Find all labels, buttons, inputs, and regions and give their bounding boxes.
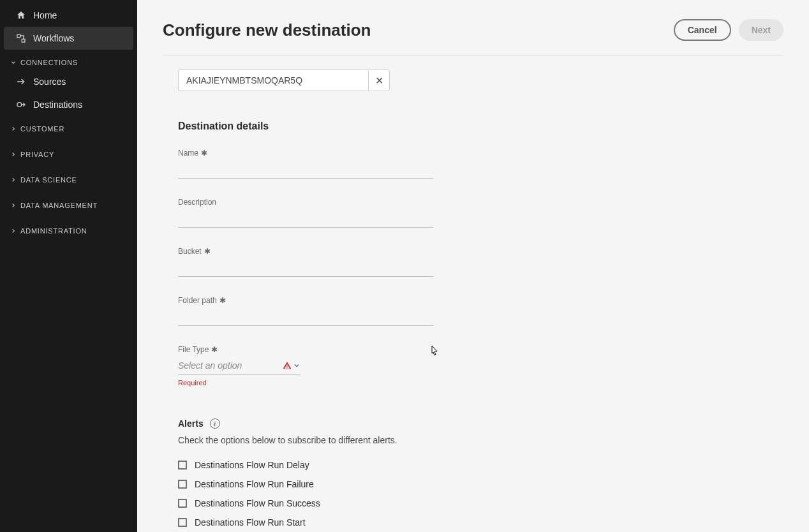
access-key-row: ✕ <box>178 70 783 91</box>
alert-option-label: Destinations Flow Run Success <box>195 498 320 508</box>
alert-option-success[interactable]: Destinations Flow Run Success <box>178 494 783 513</box>
nav-home[interactable]: Home <box>0 4 137 27</box>
chevron-right-icon <box>10 228 17 234</box>
chevron-right-icon <box>10 177 17 183</box>
field-filetype-label-text: File Type <box>178 345 209 354</box>
page-title: Configure new destination <box>163 20 371 40</box>
nav-sources[interactable]: Sources <box>0 70 137 93</box>
bucket-input[interactable] <box>178 256 433 277</box>
field-name: Name ✱ <box>178 149 433 179</box>
filetype-placeholder: Select an option <box>178 360 242 371</box>
nav-destinations[interactable]: Destinations <box>0 93 137 116</box>
nav-section-data-science[interactable]: DATA SCIENCE <box>0 167 137 188</box>
filetype-indicator-group <box>283 361 301 370</box>
info-icon[interactable]: i <box>210 418 220 429</box>
alerts-description: Check the options below to subscribe to … <box>178 435 783 445</box>
alert-option-label: Destinations Flow Run Failure <box>195 479 314 489</box>
access-key-input[interactable] <box>178 70 368 91</box>
alert-option-label: Destinations Flow Run Start <box>195 517 306 528</box>
nav-section-data-management[interactable]: DATA MANAGEMENT <box>0 193 137 213</box>
nav-section-privacy[interactable]: PRIVACY <box>0 142 137 162</box>
required-asterisk-icon: ✱ <box>201 149 207 158</box>
filetype-error: Required <box>178 379 301 387</box>
nav-section-connections-label: CONNECTIONS <box>20 59 78 66</box>
field-folder-label: Folder path ✱ <box>178 296 433 305</box>
field-filetype-label: File Type ✱ <box>178 345 301 354</box>
alert-option-delay[interactable]: Destinations Flow Run Delay <box>178 455 783 475</box>
nav-section-customer-label: CUSTOMER <box>20 125 64 133</box>
alert-option-failure[interactable]: Destinations Flow Run Failure <box>178 475 783 494</box>
field-name-label-text: Name <box>178 149 198 158</box>
svg-rect-0 <box>17 34 20 38</box>
nav-section-data-science-label: DATA SCIENCE <box>20 176 77 184</box>
nav-section-connections[interactable]: CONNECTIONS <box>0 50 137 70</box>
field-bucket-label-text: Bucket <box>178 247 202 256</box>
clear-access-key-button[interactable]: ✕ <box>368 70 390 91</box>
field-description: Description <box>178 198 433 228</box>
checkbox-icon[interactable] <box>178 480 187 489</box>
chevron-down-icon <box>10 59 17 66</box>
svg-rect-1 <box>22 39 25 42</box>
alerts-heading: Alerts i <box>178 418 783 429</box>
checkbox-icon[interactable] <box>178 499 187 508</box>
alert-triangle-icon <box>283 361 292 370</box>
name-input[interactable] <box>178 158 433 179</box>
sidebar: Home Workflows CONNECTIONS Sources Desti… <box>0 0 137 532</box>
nav-workflows-label: Workflows <box>33 33 74 43</box>
nav-section-privacy-label: PRIVACY <box>20 151 54 158</box>
next-button: Next <box>739 19 783 41</box>
field-folder-label-text: Folder path <box>178 296 217 305</box>
chevron-right-icon <box>10 202 17 209</box>
nav-section-administration[interactable]: ADMINISTRATION <box>0 218 137 239</box>
chevron-down-icon <box>293 362 301 369</box>
required-asterisk-icon: ✱ <box>204 247 211 256</box>
folder-path-input[interactable] <box>178 305 433 326</box>
field-description-label: Description <box>178 198 433 207</box>
required-asterisk-icon: ✱ <box>211 345 218 354</box>
checkbox-icon[interactable] <box>178 518 187 527</box>
cursor-pointer-icon <box>428 344 440 358</box>
nav-workflows[interactable]: Workflows <box>4 27 133 50</box>
field-bucket-label: Bucket ✱ <box>178 247 433 256</box>
cancel-button[interactable]: Cancel <box>674 19 731 41</box>
nav-section-data-management-label: DATA MANAGEMENT <box>20 202 98 209</box>
field-name-label: Name ✱ <box>178 149 433 158</box>
main-content: Configure new destination Cancel Next ✕ … <box>137 0 809 532</box>
nav-section-administration-label: ADMINISTRATION <box>20 227 87 235</box>
description-input[interactable] <box>178 207 433 228</box>
alert-option-label: Destinations Flow Run Delay <box>195 460 309 470</box>
svg-point-2 <box>17 103 22 107</box>
checkbox-icon[interactable] <box>178 461 187 469</box>
home-icon <box>15 10 27 21</box>
field-bucket: Bucket ✱ <box>178 247 433 277</box>
nav-sources-label: Sources <box>33 77 66 87</box>
filetype-select[interactable]: Select an option <box>178 354 301 375</box>
workflows-icon <box>15 33 27 44</box>
nav-home-label: Home <box>33 10 57 20</box>
destination-details-heading: Destination details <box>178 121 783 132</box>
sources-icon <box>15 76 27 87</box>
nav-section-customer[interactable]: CUSTOMER <box>0 116 137 137</box>
chevron-right-icon <box>10 126 17 132</box>
header-actions: Cancel Next <box>674 19 783 41</box>
alert-option-start[interactable]: Destinations Flow Run Start <box>178 513 783 532</box>
page-header: Configure new destination Cancel Next <box>163 19 783 55</box>
required-asterisk-icon: ✱ <box>219 296 226 305</box>
close-icon: ✕ <box>375 75 383 87</box>
destinations-icon <box>15 99 27 110</box>
nav-destinations-label: Destinations <box>33 100 82 110</box>
alerts-heading-text: Alerts <box>178 418 204 429</box>
field-folder-path: Folder path ✱ <box>178 296 433 326</box>
chevron-right-icon <box>10 151 17 158</box>
field-file-type: File Type ✱ Select an option Required <box>178 345 301 387</box>
